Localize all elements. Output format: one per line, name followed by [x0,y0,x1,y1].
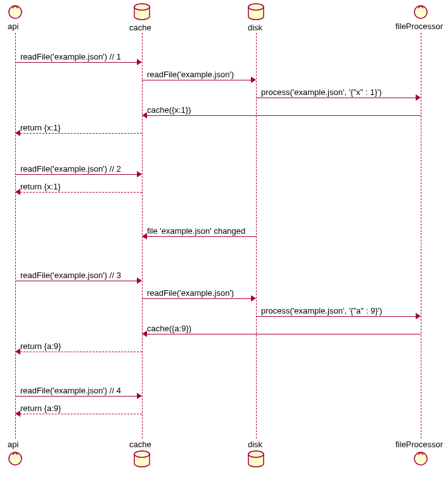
msg-label: cache({x:1}) [147,105,191,115]
arrowhead-right-icon [137,393,142,399]
participant-fileprocessor-top: fileProcessor [395,22,443,31]
arrowhead-left-icon [15,410,20,417]
arrowhead-right-icon [251,295,256,302]
arrowhead-left-icon [142,112,147,118]
participant-fileprocessor-bottom: fileProcessor [395,440,443,449]
participant-disk-top: disk [248,23,262,32]
msg-label: process('example.json', '{"a" : 9}') [261,306,382,315]
msg-label: readFile('example.json') // 1 [20,52,121,61]
msg-arrow [147,236,256,237]
sequence-diagram: api cache disk fileProcessor readFile('e… [3,3,446,474]
msg-label: readFile('example.json') // 2 [20,164,121,174]
msg-arrow [15,174,137,175]
arrowhead-right-icon [416,313,421,319]
database-icon [132,3,151,23]
svg-point-5 [414,6,427,18]
lifeline-fileprocessor [421,33,421,438]
msg-label: readFile('example.json') [147,70,234,79]
msg-arrow [147,334,421,334]
msg-label: readFile('example.json') // 3 [20,270,121,280]
database-icon [246,3,266,23]
msg-label: readFile('example.json') [147,288,234,298]
msg-arrow [256,98,416,98]
arrowhead-left-icon [142,331,147,337]
svg-point-11 [414,452,427,465]
arrowhead-left-icon [15,189,20,195]
msg-label: return {a:9} [20,341,61,351]
msg-arrow [20,414,142,414]
svg-point-8 [134,451,150,457]
msg-arrow [147,115,421,116]
msg-label: file 'example.json' changed [147,226,245,236]
control-icon [8,4,23,22]
participant-cache-top: cache [129,23,151,32]
svg-point-4 [248,4,264,10]
participant-api-top: api [8,22,18,31]
participant-api-bottom: api [8,440,18,449]
msg-arrow [256,316,416,317]
msg-arrow [142,80,251,80]
msg-arrow [20,192,142,193]
database-icon [246,450,266,471]
participant-cache-bottom: cache [129,440,151,449]
arrowhead-right-icon [251,77,256,83]
msg-label: return {x:1} [20,123,61,132]
arrowhead-left-icon [142,233,147,239]
control-icon [413,451,428,468]
msg-label: readFile('example.json') // 4 [20,386,121,395]
svg-point-10 [248,451,264,457]
msg-label: cache({a:9}) [147,324,191,333]
arrowhead-right-icon [416,94,421,101]
msg-label: process('example.json', '{"x" : 1}') [261,87,381,97]
arrowhead-left-icon [15,130,20,136]
control-icon [413,4,428,22]
arrowhead-right-icon [137,277,142,284]
lifeline-api [15,33,16,438]
msg-arrow [142,298,251,299]
svg-point-0 [9,6,22,18]
control-icon [8,451,23,468]
msg-label: return {x:1} [20,182,61,191]
msg-arrow [20,352,142,352]
msg-label: return {a:9} [20,404,61,413]
msg-arrow [20,133,142,134]
msg-arrow [15,62,137,63]
arrowhead-right-icon [137,59,142,65]
arrowhead-left-icon [15,348,20,355]
msg-arrow [15,281,137,281]
lifeline-disk [256,33,257,438]
msg-arrow [15,396,137,397]
svg-point-6 [9,452,22,465]
database-icon [132,450,151,471]
svg-point-2 [134,4,150,10]
participant-disk-bottom: disk [248,440,262,449]
arrowhead-right-icon [137,171,142,177]
